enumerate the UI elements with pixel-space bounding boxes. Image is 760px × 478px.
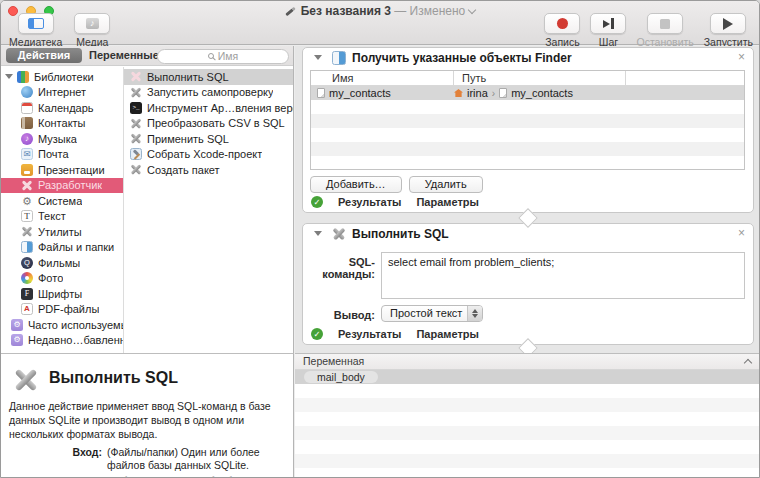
options-toggle[interactable]: Параметры xyxy=(416,328,478,340)
finder-items-table[interactable]: Имя Путь my_contacts irina › my_contacts xyxy=(310,70,745,170)
input-field-value: (Файлы/папки) Один или более файлов базы… xyxy=(107,446,289,473)
sidebar-item-files-folders[interactable]: Файлы и папки xyxy=(1,240,123,256)
finder-icon xyxy=(21,241,33,253)
sidebar-item-text[interactable]: TТекст xyxy=(1,209,123,225)
tools-icon xyxy=(130,164,142,176)
column-header-name[interactable]: Имя xyxy=(311,71,454,85)
toolbar: Без названия 3 — Изменено Медиатека ♪ Ме… xyxy=(1,1,759,45)
table-buttons: Добавить… Удалить xyxy=(310,176,483,193)
variable-pill[interactable]: mail_body xyxy=(304,371,378,383)
collapse-chevron-icon[interactable] xyxy=(744,359,752,367)
sidebar-item-utilities[interactable]: Утилиты xyxy=(1,224,123,240)
automator-window: Без названия 3 — Изменено Медиатека ♪ Ме… xyxy=(0,0,760,478)
edited-document-icon xyxy=(285,7,295,16)
workflow-action-run-sql[interactable]: Выполнить SQL × SQL-команды: select emai… xyxy=(302,223,754,345)
popup-stepper-icon xyxy=(467,306,482,321)
smart-folder-icon: ⚙ xyxy=(11,334,23,346)
output-format-select[interactable]: Простой текст xyxy=(381,305,483,322)
sidebar-item-contacts[interactable]: Контакты xyxy=(1,116,123,132)
sidebar-item-photos[interactable]: Фото xyxy=(1,271,123,287)
action-item-build-xcode-project[interactable]: Собрать Xcode-проект xyxy=(124,147,293,163)
stop-button[interactable]: Остановить xyxy=(636,13,693,48)
sidebar-item-presentations[interactable]: Презентации xyxy=(1,162,123,178)
variable-row[interactable]: mail_body xyxy=(295,370,760,384)
variables-header: Переменная xyxy=(295,354,760,370)
results-toggle[interactable]: Результаты xyxy=(338,328,401,340)
table-row-empty xyxy=(311,142,744,156)
disclosure-triangle-icon[interactable] xyxy=(5,74,13,79)
smart-folder-icon: ⚙ xyxy=(11,319,23,331)
finder-icon xyxy=(332,51,346,65)
books-icon xyxy=(17,71,29,83)
action-footer: ✓ Результаты Параметры xyxy=(311,196,479,208)
results-toggle[interactable]: Результаты xyxy=(338,196,401,208)
font-book-icon: F xyxy=(21,288,33,300)
close-icon[interactable]: × xyxy=(738,50,745,64)
sidebar-item-most-used[interactable]: ⚙Часто используемые xyxy=(1,317,123,333)
disclosure-triangle-icon[interactable] xyxy=(314,231,322,236)
media-button[interactable]: ♪ Медиа xyxy=(74,13,110,48)
document-title: Без названия 3 xyxy=(301,4,391,18)
title-chevron-icon[interactable] xyxy=(468,6,476,14)
action-header[interactable]: Получить указанные объекты Finder × xyxy=(303,48,753,67)
workflow-action-get-finder-items[interactable]: Получить указанные объекты Finder × Имя … xyxy=(302,47,754,213)
path-home: irina xyxy=(467,87,488,99)
step-icon xyxy=(603,18,614,29)
sidebar-item-system[interactable]: ⚙Система xyxy=(1,193,123,209)
sidebar-item-mail[interactable]: ✉Почта xyxy=(1,147,123,163)
variable-row-empty xyxy=(295,468,760,478)
record-icon xyxy=(557,18,568,29)
close-icon[interactable]: × xyxy=(738,226,745,240)
tools-icon xyxy=(130,133,142,145)
tools-icon xyxy=(13,367,39,393)
text-icon: T xyxy=(21,210,33,222)
description-fields: Вход: (Файлы/папки) Один или более файло… xyxy=(1,446,289,478)
status-check-icon: ✓ xyxy=(311,196,323,208)
action-item-run-sql[interactable]: Выполнить SQL xyxy=(124,69,293,85)
sidebar-item-music[interactable]: ♪Музыка xyxy=(1,131,123,147)
run-button[interactable]: Запустить xyxy=(704,13,753,48)
action-item-create-package[interactable]: Создать пакет xyxy=(124,162,293,178)
music-icon: ♪ xyxy=(21,133,33,145)
tools-icon xyxy=(130,86,142,98)
sidebar-item-libraries[interactable]: Библиотеки xyxy=(1,69,123,85)
tools-icon xyxy=(130,117,142,129)
search-input[interactable]: Имя xyxy=(157,49,289,64)
options-toggle[interactable]: Параметры xyxy=(416,196,478,208)
action-item-run-self-test[interactable]: Запустить самопроверку xyxy=(124,85,293,101)
tab-variables[interactable]: Переменные xyxy=(89,49,159,61)
sidebar-item-developer[interactable]: Разработчик xyxy=(1,178,123,194)
sql-commands-input[interactable]: select email from problem_clients; xyxy=(381,252,745,299)
sidebar-item-movies[interactable]: QФильмы xyxy=(1,255,123,271)
table-row-empty xyxy=(311,100,744,114)
variables-header-label: Переменная xyxy=(303,355,364,367)
actions-list: Выполнить SQL Запустить самопроверку >_И… xyxy=(124,67,293,353)
step-button[interactable]: Шаг xyxy=(590,13,626,48)
media-library-button[interactable]: Медиатека xyxy=(9,13,62,48)
tab-actions[interactable]: Действия xyxy=(6,48,82,63)
output-format-value: Простой текст xyxy=(390,307,462,319)
disclosure-triangle-icon[interactable] xyxy=(314,55,322,60)
presentation-icon xyxy=(21,164,33,176)
sidebar-item-recently-added[interactable]: ⚙Недавно…бавленные xyxy=(1,333,123,349)
sidebar-item-calendar[interactable]: Календарь xyxy=(1,100,123,116)
column-header-empty xyxy=(626,71,744,85)
table-row-empty xyxy=(311,156,744,170)
path-file: my_contacts xyxy=(511,87,573,99)
remove-button[interactable]: Удалить xyxy=(409,176,483,193)
pdf-icon: A xyxy=(21,303,33,315)
sidebar-item-fonts[interactable]: FШрифты xyxy=(1,286,123,302)
utilities-tools-icon xyxy=(21,226,33,238)
action-footer: ✓ Результаты Параметры xyxy=(311,328,479,340)
action-item-apply-sql[interactable]: Применить SQL xyxy=(124,131,293,147)
sidebar-item-pdf[interactable]: APDF-файлы xyxy=(1,302,123,318)
gear-icon: ⚙ xyxy=(21,195,33,207)
column-header-path[interactable]: Путь xyxy=(454,71,626,85)
table-row[interactable]: my_contacts irina › my_contacts xyxy=(311,86,744,100)
add-button[interactable]: Добавить… xyxy=(310,176,402,193)
sidebar-item-internet[interactable]: Интернет xyxy=(1,85,123,101)
action-item-version-control-tool[interactable]: >_Инструмент Ар…вления версиями xyxy=(124,100,293,116)
record-button[interactable]: Запись xyxy=(544,13,580,48)
action-item-convert-csv-to-sql[interactable]: Преобразовать CSV в SQL xyxy=(124,116,293,132)
search-placeholder: Имя xyxy=(218,50,238,62)
